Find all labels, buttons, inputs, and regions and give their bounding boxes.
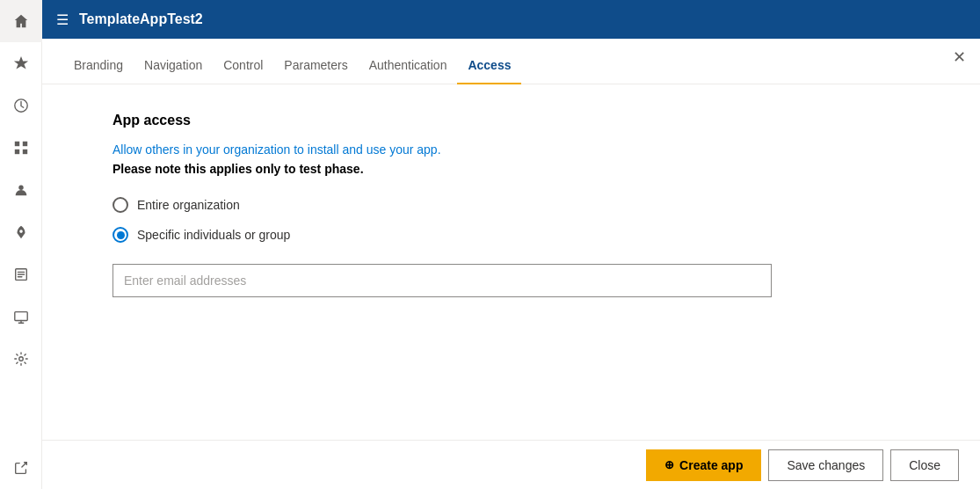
sidebar-item-home[interactable] — [0, 0, 42, 42]
close-panel-button[interactable]: ✕ — [953, 49, 966, 65]
svg-point-9 — [18, 357, 23, 361]
svg-rect-2 — [22, 142, 26, 146]
sidebar-item-launch[interactable] — [0, 211, 42, 253]
page-content: App access Allow others in your organiza… — [42, 84, 980, 440]
footer: ⊕ Create app Save changes Close — [42, 440, 980, 489]
radio-specific-individuals[interactable]: Specific individuals or group — [113, 227, 910, 243]
sidebar-item-people[interactable] — [0, 169, 42, 211]
save-changes-label: Save changes — [787, 458, 865, 472]
radio-group: Entire organization Specific individuals… — [113, 197, 910, 243]
radio-specific-individuals-label: Specific individuals or group — [137, 228, 290, 242]
create-app-label: Create app — [679, 458, 743, 472]
svg-point-5 — [18, 186, 23, 190]
sidebar-item-external[interactable] — [0, 447, 42, 489]
radio-entire-org[interactable]: Entire organization — [113, 197, 910, 213]
save-changes-button[interactable]: Save changes — [768, 449, 883, 481]
note-text: Please note this applies only to test ph… — [113, 162, 910, 176]
radio-entire-org-indicator — [113, 197, 128, 213]
create-app-button[interactable]: ⊕ Create app — [646, 449, 761, 481]
svg-rect-3 — [14, 150, 18, 154]
tab-authentication[interactable]: Authentication — [359, 47, 458, 84]
tabs-bar: Branding Navigation Control Parameters A… — [42, 39, 980, 84]
radio-entire-org-label: Entire organization — [137, 198, 240, 212]
tab-branding[interactable]: Branding — [63, 47, 134, 84]
description-text: Allow others in your organization to ins… — [113, 142, 910, 157]
sidebar-item-settings[interactable] — [0, 338, 42, 380]
sidebar-item-monitor[interactable] — [0, 296, 42, 338]
tab-control[interactable]: Control — [213, 47, 273, 84]
tab-parameters[interactable]: Parameters — [273, 47, 358, 84]
section-title: App access — [113, 113, 910, 128]
svg-rect-1 — [14, 142, 18, 146]
app-title: TemplateAppTest2 — [79, 11, 203, 27]
svg-point-6 — [19, 230, 23, 233]
close-button[interactable]: Close — [890, 449, 959, 481]
svg-rect-8 — [14, 312, 26, 321]
email-input[interactable] — [113, 264, 772, 297]
sidebar-item-learn[interactable] — [0, 253, 42, 296]
menu-icon[interactable]: ☰ — [56, 11, 69, 28]
content-area: Branding Navigation Control Parameters A… — [42, 39, 980, 489]
create-app-icon: ⊕ — [664, 458, 674, 471]
sidebar-item-apps[interactable] — [0, 127, 42, 169]
close-label: Close — [909, 458, 940, 472]
sidebar-item-favorites[interactable] — [0, 42, 42, 84]
main-area: ☰ TemplateAppTest2 Branding Navigation C… — [42, 0, 980, 489]
header: ☰ TemplateAppTest2 — [42, 0, 980, 39]
tab-navigation[interactable]: Navigation — [134, 47, 213, 84]
svg-rect-4 — [22, 150, 26, 154]
radio-specific-individuals-indicator — [113, 227, 128, 243]
sidebar-item-recent[interactable] — [0, 84, 42, 127]
sidebar — [0, 0, 42, 489]
tab-access[interactable]: Access — [457, 47, 521, 84]
